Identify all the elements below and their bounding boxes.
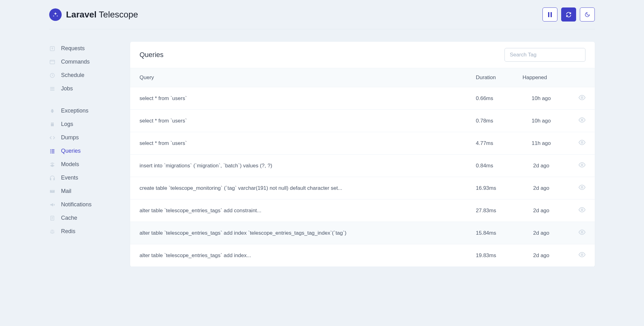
query-cell: create table `telescope_monitoring` (`ta… xyxy=(130,177,466,199)
svg-rect-1 xyxy=(551,12,552,17)
sidebar-item-label: Logs xyxy=(61,121,73,127)
query-cell: select * from `users` xyxy=(130,132,466,155)
view-icon[interactable] xyxy=(579,117,585,123)
view-icon[interactable] xyxy=(579,184,585,191)
svg-point-17 xyxy=(581,164,583,166)
duration-cell: 16.93ms xyxy=(466,177,513,199)
sidebar-item-label: Requests xyxy=(61,45,85,52)
action-cell xyxy=(569,244,595,267)
query-cell: alter table `telescope_entries_tags` add… xyxy=(130,244,466,267)
table-row: select * from `users`4.77ms11h ago xyxy=(130,132,595,155)
sidebar-item-cache[interactable]: Cache xyxy=(49,211,121,225)
happened-cell: 2d ago xyxy=(513,199,569,222)
moon-icon xyxy=(585,12,590,17)
refresh-icon xyxy=(566,12,571,17)
happened-cell: 11h ago xyxy=(513,132,569,155)
brand[interactable]: Laravel Telescope xyxy=(49,8,138,21)
bug-icon xyxy=(49,108,55,114)
sidebar-item-label: Events xyxy=(61,175,78,181)
table-row: select * from `users`0.78ms10h ago xyxy=(130,110,595,132)
sidebar-item-redis[interactable]: Redis xyxy=(49,225,121,238)
action-cell xyxy=(569,199,595,222)
table-row: insert into `migrations` (`migration`, `… xyxy=(130,155,595,177)
search-input[interactable] xyxy=(504,48,585,62)
happened-cell: 2d ago xyxy=(513,222,569,244)
action-cell xyxy=(569,110,595,132)
svg-rect-8 xyxy=(52,150,54,151)
column-header-duration: Duration xyxy=(466,68,513,87)
sidebar-item-jobs[interactable]: Jobs xyxy=(49,82,121,95)
duration-cell: 4.77ms xyxy=(466,132,513,155)
sidebar-item-label: Cache xyxy=(61,215,77,221)
column-header-action xyxy=(569,68,595,87)
sidebar-item-requests[interactable]: Requests xyxy=(49,42,121,55)
sidebar-item-notifications[interactable]: Notifications xyxy=(49,198,121,211)
theme-button[interactable] xyxy=(580,7,595,22)
svg-point-19 xyxy=(581,209,583,211)
queries-card: Queries Query Duration Happened select *… xyxy=(130,42,595,267)
happened-cell: 2d ago xyxy=(513,244,569,267)
sidebar-item-label: Jobs xyxy=(61,85,73,92)
sidebar-item-commands[interactable]: Commands xyxy=(49,55,121,69)
sidebar-item-mail[interactable]: Mail xyxy=(49,185,121,198)
sidebar-item-events[interactable]: Events xyxy=(49,171,121,185)
action-cell xyxy=(569,87,595,110)
action-cell xyxy=(569,177,595,199)
sidebar-item-label: Commands xyxy=(61,59,90,65)
sidebar-item-label: Models xyxy=(61,161,79,168)
view-icon[interactable] xyxy=(579,161,585,168)
svg-rect-5 xyxy=(50,149,51,150)
sidebar-item-dumps[interactable]: Dumps xyxy=(49,131,121,144)
clock-icon xyxy=(49,72,55,79)
mail-icon xyxy=(49,188,55,194)
sidebar-item-label: Queries xyxy=(61,148,81,154)
sidebar: RequestsCommandsScheduleJobsExceptionsLo… xyxy=(49,42,121,267)
view-icon[interactable] xyxy=(579,229,585,236)
view-icon[interactable] xyxy=(579,251,585,258)
svg-point-16 xyxy=(581,141,583,143)
svg-point-15 xyxy=(581,119,583,121)
duration-cell: 19.83ms xyxy=(466,244,513,267)
table-row: select * from `users`0.66ms10h ago xyxy=(130,87,595,110)
sidebar-item-models[interactable]: Models xyxy=(49,158,121,171)
svg-rect-0 xyxy=(548,12,549,17)
sidebar-item-label: Dumps xyxy=(61,134,79,141)
view-icon[interactable] xyxy=(579,94,585,101)
layers-icon xyxy=(49,161,55,168)
sidebar-item-logs[interactable]: Logs xyxy=(49,117,121,131)
table-row: alter table `telescope_entries_tags` add… xyxy=(130,199,595,222)
terminal-icon xyxy=(49,59,55,65)
svg-rect-11 xyxy=(50,153,51,153)
sidebar-item-schedule[interactable]: Schedule xyxy=(49,69,121,82)
file-icon xyxy=(49,121,55,127)
happened-cell: 10h ago xyxy=(513,110,569,132)
view-icon[interactable] xyxy=(579,206,585,213)
refresh-button[interactable] xyxy=(561,7,576,22)
duration-cell: 27.83ms xyxy=(466,199,513,222)
duration-cell: 0.78ms xyxy=(466,110,513,132)
duration-cell: 0.66ms xyxy=(466,87,513,110)
svg-rect-12 xyxy=(52,153,54,153)
main-content: Queries Query Duration Happened select *… xyxy=(130,42,595,267)
duration-cell: 15.84ms xyxy=(466,222,513,244)
action-cell xyxy=(569,132,595,155)
pause-icon xyxy=(548,12,552,17)
svg-rect-9 xyxy=(50,151,51,152)
happened-cell: 2d ago xyxy=(513,177,569,199)
view-icon[interactable] xyxy=(579,139,585,146)
queries-icon xyxy=(49,148,55,154)
table-row: alter table `telescope_entries_tags` add… xyxy=(130,222,595,244)
list-icon xyxy=(49,86,55,92)
page-title: Queries xyxy=(140,51,163,59)
svg-point-18 xyxy=(581,186,583,188)
duration-cell: 0.84ms xyxy=(466,155,513,177)
action-cell xyxy=(569,155,595,177)
sidebar-item-exceptions[interactable]: Exceptions xyxy=(49,104,121,117)
query-cell: alter table `telescope_entries_tags` add… xyxy=(130,222,466,244)
svg-point-21 xyxy=(581,254,583,256)
svg-rect-10 xyxy=(52,151,54,152)
sidebar-item-queries[interactable]: Queries xyxy=(49,144,121,158)
card-header: Queries xyxy=(130,42,595,68)
query-cell: select * from `users` xyxy=(130,110,466,132)
pause-button[interactable] xyxy=(542,7,557,22)
